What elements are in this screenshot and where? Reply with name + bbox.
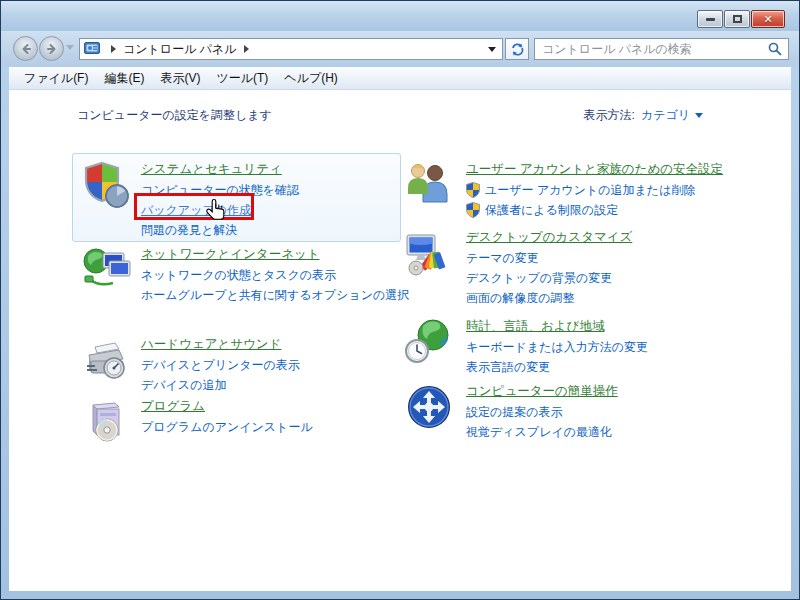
hardware-sound-icon[interactable] xyxy=(81,335,131,385)
link-homegroup-sharing-options[interactable]: ホームグループと共有に関するオプションの選択 xyxy=(141,285,409,305)
search-icon[interactable] xyxy=(768,42,782,56)
back-button[interactable] xyxy=(13,36,38,61)
link-change-display-language[interactable]: 表示言語の変更 xyxy=(466,357,648,377)
view-by-value[interactable]: カテゴリ xyxy=(641,108,690,122)
maximize-button[interactable] xyxy=(724,10,750,28)
link-add-remove-user-accounts[interactable]: ユーザー アカウントの追加または削除 xyxy=(485,180,695,200)
breadcrumb-item-control-panel[interactable]: コントロール パネル xyxy=(123,41,237,58)
link-clock-language-region[interactable]: 時計、言語、および地域 xyxy=(466,317,604,335)
refresh-button[interactable] xyxy=(505,38,529,60)
category-user-accounts: ユーザー アカウントと家族のための安全設定 ユーザー アカウントの追加または削除 xyxy=(404,160,723,220)
address-dropdown-icon[interactable] xyxy=(488,47,496,52)
menu-tools[interactable]: ツール(T) xyxy=(208,67,276,90)
breadcrumb-separator-icon[interactable] xyxy=(244,45,249,53)
link-ease-of-access[interactable]: コンピューターの簡単操作 xyxy=(466,382,618,400)
menu-edit[interactable]: 編集(E) xyxy=(96,67,152,90)
category-ease-of-access: コンピューターの簡単操作 設定の提案の表示 視覚ディスプレイの最適化 xyxy=(404,382,618,442)
link-user-accounts-family[interactable]: ユーザー アカウントと家族のための安全設定 xyxy=(466,160,723,178)
link-uninstall-program[interactable]: プログラムのアンインストール xyxy=(141,417,313,437)
control-panel-icon xyxy=(84,42,100,56)
menu-view[interactable]: 表示(V) xyxy=(152,67,208,90)
programs-icon[interactable] xyxy=(81,397,131,447)
category-programs: プログラム プログラムのアンインストール xyxy=(81,397,313,447)
link-system-security[interactable]: システムとセキュリティ xyxy=(141,160,282,178)
network-internet-icon[interactable] xyxy=(81,245,131,295)
titlebar[interactable]: ✕ xyxy=(1,1,799,31)
link-change-theme[interactable]: テーマの変更 xyxy=(466,248,632,268)
minimize-button[interactable] xyxy=(697,10,723,28)
clock-language-region-icon[interactable] xyxy=(404,317,454,367)
breadcrumb[interactable]: コントロール パネル xyxy=(79,38,503,60)
link-desktop-customization[interactable]: デスクトップのカスタマイズ xyxy=(466,228,632,246)
link-hardware-sound[interactable]: ハードウェアとサウンド xyxy=(141,335,281,353)
system-security-icon[interactable] xyxy=(81,160,131,210)
page-title: コンピューターの設定を調整します xyxy=(77,107,272,124)
link-network-internet[interactable]: ネットワークとインターネット xyxy=(141,245,320,263)
menu-help[interactable]: ヘルプ(H) xyxy=(276,67,346,90)
category-hardware-sound: ハードウェアとサウンド デバイスとプリンターの表示 デバイスの追加 xyxy=(81,335,300,395)
close-button[interactable]: ✕ xyxy=(751,10,785,28)
menu-file[interactable]: ファイル(F) xyxy=(16,67,96,90)
recent-pages-dropdown[interactable] xyxy=(66,45,74,50)
close-icon: ✕ xyxy=(763,14,772,25)
uac-shield-icon xyxy=(466,182,480,198)
category-desktop-customization: デスクトップのカスタマイズ テーマの変更 デスクトップの背景の変更 画面の解像度… xyxy=(404,228,632,308)
link-view-devices-printers[interactable]: デバイスとプリンターの表示 xyxy=(141,355,300,375)
search-input[interactable] xyxy=(535,40,768,58)
red-highlight-box xyxy=(134,193,254,220)
refresh-icon xyxy=(510,42,525,57)
forward-button[interactable] xyxy=(39,36,64,61)
forward-arrow-icon xyxy=(45,42,59,56)
breadcrumb-separator-icon xyxy=(111,45,116,53)
category-network-internet: ネットワークとインターネット ネットワークの状態とタスクの表示 ホームグループと… xyxy=(81,245,409,305)
view-by-dropdown-icon[interactable] xyxy=(695,113,703,118)
category-clock-language-region: 時計、言語、および地域 キーボードまたは入力方法の変更 表示言語の変更 xyxy=(404,317,648,377)
link-programs[interactable]: プログラム xyxy=(141,397,205,415)
link-add-device[interactable]: デバイスの追加 xyxy=(141,375,300,395)
link-optimize-visual-display[interactable]: 視覚ディスプレイの最適化 xyxy=(466,422,618,442)
link-change-desktop-background[interactable]: デスクトップの背景の変更 xyxy=(466,268,632,288)
user-accounts-icon[interactable] xyxy=(404,160,454,210)
link-change-keyboards-input[interactable]: キーボードまたは入力方法の変更 xyxy=(466,337,648,357)
hand-cursor-icon xyxy=(205,198,229,224)
content-area: コンピューターの設定を調整します 表示方法:カテゴリ xyxy=(9,90,791,591)
control-panel-window: ✕ コントロール パネル xyxy=(0,0,800,600)
link-view-network-status[interactable]: ネットワークの状態とタスクの表示 xyxy=(141,265,409,285)
menu-bar: ファイル(F) 編集(E) 表示(V) ツール(T) ヘルプ(H) xyxy=(9,67,791,90)
link-parental-controls[interactable]: 保護者による制限の設定 xyxy=(485,200,618,220)
navigation-bar: コントロール パネル xyxy=(1,31,799,67)
view-by-label: 表示方法: xyxy=(584,108,635,122)
link-suggested-settings[interactable]: 設定の提案の表示 xyxy=(466,402,618,422)
maximize-icon xyxy=(733,15,742,23)
back-arrow-icon xyxy=(19,42,33,56)
uac-shield-icon xyxy=(466,202,480,218)
search-box xyxy=(534,38,789,60)
link-adjust-screen-resolution[interactable]: 画面の解像度の調整 xyxy=(466,288,632,308)
minimize-icon xyxy=(706,18,715,21)
ease-of-access-icon[interactable] xyxy=(404,382,454,432)
view-by-control: 表示方法:カテゴリ xyxy=(584,107,703,124)
desktop-customization-icon[interactable] xyxy=(404,228,454,278)
